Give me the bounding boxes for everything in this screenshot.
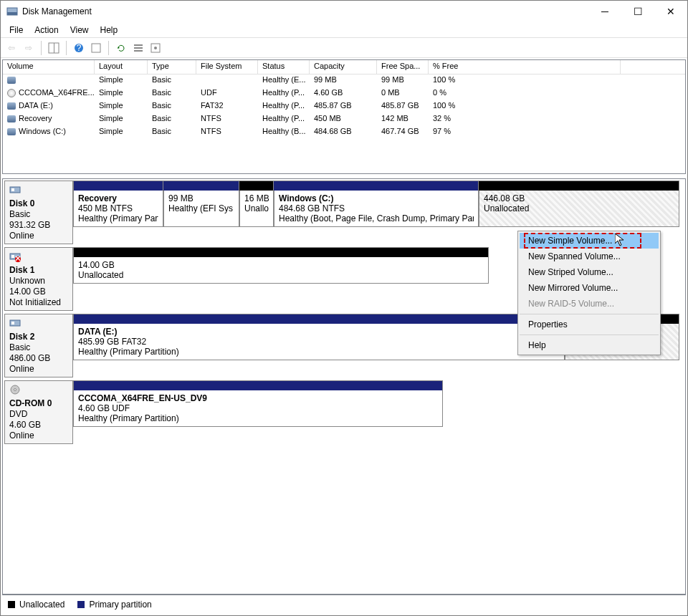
partition[interactable]: DATA (E:) 485.99 GB FAT32Healthy (Primar… xyxy=(73,324,565,360)
context-menu-item[interactable]: Properties xyxy=(520,317,659,332)
svg-rect-7 xyxy=(134,44,143,46)
list-header[interactable]: Volume Layout Type File System Status Ca… xyxy=(3,60,685,74)
disk-label[interactable]: ✕ Disk 1Unknown14.00 GBNot Initialized xyxy=(4,247,73,311)
volume-row[interactable]: Windows (C:) Simple Basic NTFS Healthy (… xyxy=(3,126,685,139)
minimize-button[interactable]: ─ xyxy=(588,1,621,22)
context-menu-item[interactable]: New Striped Volume... xyxy=(520,264,659,280)
refresh-icon[interactable] xyxy=(113,40,129,56)
close-button[interactable]: ✕ xyxy=(654,1,687,22)
partition[interactable]: 16 MBUnallocat xyxy=(239,191,274,227)
context-menu-item[interactable]: Help xyxy=(520,337,659,353)
back-button[interactable]: ⇦ xyxy=(4,40,19,56)
context-menu-item[interactable]: New Simple Volume... xyxy=(520,233,659,249)
volume-row[interactable]: DATA (E:) Simple Basic FAT32 Healthy (P.… xyxy=(3,100,685,113)
partition[interactable]: 14.00 GBUnallocated xyxy=(73,257,489,284)
app-icon xyxy=(6,6,18,17)
svg-rect-1 xyxy=(7,12,17,15)
col-layout[interactable]: Layout xyxy=(95,60,148,74)
col-fs[interactable]: File System xyxy=(196,60,258,74)
title-bar[interactable]: Disk Management ─ ☐ ✕ xyxy=(1,1,687,22)
maximize-button[interactable]: ☐ xyxy=(621,1,654,22)
col-type[interactable]: Type xyxy=(148,60,196,74)
toolbar-icon[interactable] xyxy=(46,40,62,56)
context-menu-item: New RAID-5 Volume... xyxy=(520,296,659,312)
svg-rect-13 xyxy=(11,188,14,191)
svg-rect-8 xyxy=(134,47,143,49)
settings-icon[interactable] xyxy=(88,40,104,56)
context-menu-item[interactable]: New Mirrored Volume... xyxy=(520,280,659,296)
forward-button[interactable]: ⇨ xyxy=(21,40,37,56)
toolbar: ⇦ ⇨ ? xyxy=(1,38,687,58)
volume-list: Volume Layout Type File System Status Ca… xyxy=(2,59,686,174)
window-title: Disk Management xyxy=(22,6,588,16)
menu-help[interactable]: Help xyxy=(95,24,124,37)
menu-view[interactable]: View xyxy=(64,24,95,37)
help-icon[interactable]: ? xyxy=(71,40,87,56)
svg-text:?: ? xyxy=(77,43,82,53)
svg-rect-9 xyxy=(134,50,143,52)
svg-point-21 xyxy=(14,389,16,391)
col-free[interactable]: Free Spa... xyxy=(377,60,429,74)
col-pctfree[interactable]: % Free xyxy=(429,60,621,74)
legend-swatch-primary xyxy=(77,601,85,608)
disk-label[interactable]: Disk 2Basic486.00 GBOnline xyxy=(4,314,73,377)
svg-rect-3 xyxy=(54,43,54,53)
partition[interactable]: CCCOMA_X64FRE_EN-US_DV9 4.60 GB UDFHealt… xyxy=(73,390,443,427)
context-menu-item[interactable]: New Spanned Volume... xyxy=(520,249,659,264)
col-volume[interactable]: Volume xyxy=(3,60,95,74)
menu-file[interactable]: File xyxy=(4,24,29,37)
menu-action[interactable]: Action xyxy=(29,24,64,37)
partition[interactable]: Windows (C:) 484.68 GB NTFSHealthy (Boot… xyxy=(274,191,479,227)
legend-swatch-unallocated xyxy=(8,601,15,608)
legend: Unallocated Primary partition xyxy=(2,595,686,614)
svg-text:✕: ✕ xyxy=(14,254,21,262)
list-icon[interactable] xyxy=(130,40,146,56)
partition[interactable]: 99 MBHealthy (EFI Sys xyxy=(163,191,239,227)
volume-row[interactable]: Recovery Simple Basic NTFS Healthy (P...… xyxy=(3,113,685,126)
disk-row: CD-ROM 0DVD4.60 GBOnline CCCOMA_X64FRE_E… xyxy=(4,380,684,444)
disk-label[interactable]: CD-ROM 0DVD4.60 GBOnline xyxy=(4,380,73,444)
svg-point-11 xyxy=(154,47,157,49)
volume-row[interactable]: CCCOMA_X64FRE... Simple Basic UDF Health… xyxy=(3,87,685,100)
disk-label[interactable]: Disk 0Basic931.32 GBOnline xyxy=(4,181,73,244)
svg-rect-19 xyxy=(11,322,14,324)
svg-rect-6 xyxy=(92,44,100,52)
menu-bar: File Action View Help xyxy=(1,22,687,38)
partition[interactable]: 446.08 GBUnallocated xyxy=(479,191,679,227)
partition[interactable]: Recovery 450 MB NTFSHealthy (Primary Par… xyxy=(73,191,163,227)
context-menu: New Simple Volume...New Spanned Volume..… xyxy=(517,231,661,355)
col-status[interactable]: Status xyxy=(258,60,310,74)
volume-row[interactable]: Simple Basic Healthy (E... 99 MB 99 MB 1… xyxy=(3,74,685,87)
properties-icon[interactable] xyxy=(148,40,163,56)
col-capacity[interactable]: Capacity xyxy=(310,60,377,74)
